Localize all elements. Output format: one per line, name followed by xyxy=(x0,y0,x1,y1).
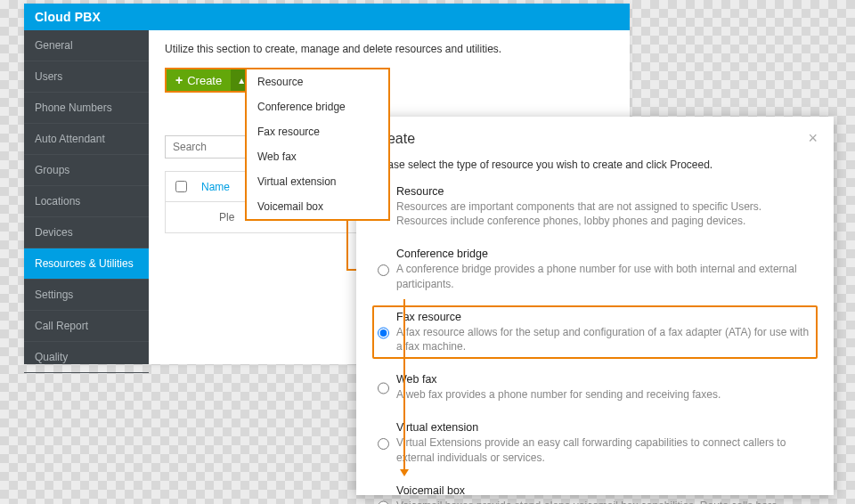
option-virtual-extension[interactable]: Virtual extension Virtual Extensions pro… xyxy=(372,416,818,469)
select-all-checkbox[interactable] xyxy=(175,181,187,192)
radio-fax-resource[interactable] xyxy=(378,313,389,354)
dropdown-item-virtual-extension[interactable]: Virtual extension xyxy=(247,169,388,194)
option-label: Conference bridge xyxy=(396,248,812,260)
option-web-fax[interactable]: Web fax A web fax provides a phone numbe… xyxy=(372,368,818,407)
sidebar-item-label: Auto Attendant xyxy=(35,133,105,145)
create-button-label: Create xyxy=(187,74,222,87)
option-fax-resource[interactable]: Fax resource A fax resource allows for t… xyxy=(372,305,818,359)
sidebar-item-label: Groups xyxy=(35,164,69,176)
option-conference-bridge[interactable]: Conference bridge A conference bridge pr… xyxy=(372,242,818,296)
option-resource[interactable]: Resource Resources are important compone… xyxy=(372,180,818,233)
sidebar-item-users[interactable]: Users xyxy=(24,61,149,93)
option-desc: A web fax provides a phone number for se… xyxy=(396,387,812,402)
modal-intro: Please select the type of resource you w… xyxy=(372,159,818,171)
option-desc: Resources are important components that … xyxy=(396,199,812,228)
app-title: Cloud PBX xyxy=(35,10,101,24)
app-titlebar: Cloud PBX xyxy=(24,4,630,30)
sidebar-item-settings[interactable]: Settings xyxy=(24,280,149,311)
option-desc: A conference bridge provides a phone num… xyxy=(396,262,812,290)
option-label: Voicemail box xyxy=(396,484,812,497)
sidebar-item-devices[interactable]: Devices xyxy=(24,217,149,248)
radio-web-fax[interactable] xyxy=(378,375,389,402)
option-desc: Virtual Extensions provide an easy call … xyxy=(396,435,812,464)
sidebar-item-label: Quality xyxy=(35,351,68,363)
sidebar-item-label: Settings xyxy=(35,289,73,301)
annotation-arrow-icon xyxy=(400,469,409,476)
radio-virtual-extension[interactable] xyxy=(378,423,389,464)
sidebar-item-phone-numbers[interactable]: Phone Numbers xyxy=(24,93,149,124)
option-label: Fax resource xyxy=(396,311,812,323)
sidebar-item-auto-attendant[interactable]: Auto Attendant xyxy=(24,124,149,155)
sidebar-item-label: Call Report xyxy=(35,320,88,332)
sidebar-item-locations[interactable]: Locations xyxy=(24,186,149,217)
radio-voicemail-box[interactable] xyxy=(378,486,389,504)
option-desc: A fax resource allows for the setup and … xyxy=(396,325,812,354)
dropdown-item-web-fax[interactable]: Web fax xyxy=(247,144,388,169)
create-modal: Create × Please select the type of resou… xyxy=(356,117,834,495)
sidebar-item-label: Users xyxy=(35,70,62,83)
dropdown-item-fax-resource[interactable]: Fax resource xyxy=(247,119,388,144)
option-label: Resource xyxy=(396,185,812,198)
sidebar-item-resources-utilities[interactable]: Resources & Utilities xyxy=(24,248,149,280)
sidebar: General Users Phone Numbers Auto Attenda… xyxy=(24,30,149,364)
option-voicemail-box[interactable]: Voicemail box Voicemail boxes provide st… xyxy=(372,479,818,504)
plus-icon: + xyxy=(175,73,183,87)
sidebar-item-label: General xyxy=(35,39,73,52)
option-label: Virtual extension xyxy=(396,421,812,434)
sidebar-item-groups[interactable]: Groups xyxy=(24,155,149,186)
sidebar-item-label: Locations xyxy=(35,195,80,207)
sidebar-item-general[interactable]: General xyxy=(24,30,149,61)
empty-text-left: Ple xyxy=(166,211,234,224)
sidebar-item-label: Resources & Utilities xyxy=(35,257,134,270)
close-icon[interactable]: × xyxy=(808,129,818,148)
sidebar-item-call-report[interactable]: Call Report xyxy=(24,311,149,342)
sidebar-item-label: Devices xyxy=(35,226,73,239)
dropdown-item-voicemail-box[interactable]: Voicemail box xyxy=(247,194,388,219)
sidebar-item-quality[interactable]: Quality xyxy=(24,342,149,373)
create-dropdown-menu: Resource Conference bridge Fax resource … xyxy=(245,68,390,221)
dropdown-item-conference-bridge[interactable]: Conference bridge xyxy=(247,94,388,119)
radio-conference-bridge[interactable] xyxy=(378,249,389,290)
section-intro: Utilize this section to create, manage a… xyxy=(165,43,614,55)
option-label: Web fax xyxy=(396,373,812,386)
option-desc: Voicemail boxes provide stand-alone voic… xyxy=(396,499,812,504)
resource-type-options: Resource Resources are important compone… xyxy=(372,180,818,504)
dropdown-item-resource[interactable]: Resource xyxy=(247,69,388,94)
annotation-line xyxy=(403,299,405,473)
create-button[interactable]: + Create ▲ xyxy=(165,68,254,93)
sidebar-item-label: Phone Numbers xyxy=(35,102,112,114)
